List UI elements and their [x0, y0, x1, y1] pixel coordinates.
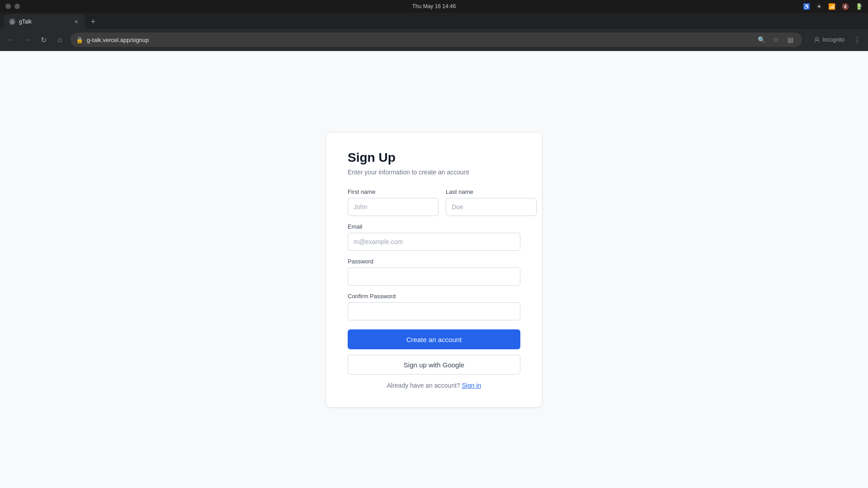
os-titlebar-left: [5, 4, 20, 9]
tab-title: gTalk: [19, 19, 69, 25]
password-label: Password: [348, 258, 520, 265]
last-name-input[interactable]: [446, 198, 537, 216]
search-icon[interactable]: 🔍: [755, 33, 768, 46]
brightness-icon: ☀: [816, 3, 822, 10]
address-bar-row: ← → ↻ ⌂ 🔒 g-talk.vercel.app/signup 🔍 ☆ ▤…: [0, 29, 868, 51]
last-name-group: Last name: [446, 188, 537, 216]
browser-chrome: g gTalk ✕ + ⤢ ← → ↻ ⌂ 🔒 g-talk.vercel.ap…: [0, 13, 868, 51]
os-dot-2: [14, 4, 20, 9]
os-titlebar: Thu May 16 14:46 ♿ ☀ 📶 🔇 🔋: [0, 0, 868, 13]
volume-icon: 🔇: [842, 3, 849, 10]
password-group: Password: [348, 258, 520, 286]
confirm-password-label: Confirm Password: [348, 293, 520, 300]
address-text: g-talk.vercel.app/signup: [87, 37, 751, 43]
os-datetime: Thu May 16 14:46: [412, 3, 456, 9]
create-account-button[interactable]: Create an account: [348, 329, 520, 349]
first-name-input[interactable]: [348, 198, 439, 216]
incognito-label: Incognito: [822, 37, 844, 43]
tab-favicon-letter: g: [11, 19, 14, 24]
first-name-group: First name: [348, 188, 439, 216]
google-signup-button[interactable]: Sign up with Google: [348, 355, 520, 375]
bookmark-icon[interactable]: ☆: [769, 33, 782, 46]
os-titlebar-right: ♿ ☀ 📶 🔇 🔋: [803, 3, 863, 10]
email-input[interactable]: [348, 233, 520, 251]
signin-link[interactable]: Sign in: [462, 382, 481, 389]
accessibility-icon: ♿: [803, 3, 810, 10]
page-content: Sign Up Enter your information to create…: [0, 51, 868, 488]
incognito-button[interactable]: Incognito: [810, 34, 848, 45]
tab-favicon: g: [9, 19, 15, 25]
new-tab-button[interactable]: +: [87, 15, 99, 28]
back-button[interactable]: ←: [4, 33, 18, 47]
browser-menu-button[interactable]: ⋮: [850, 33, 864, 47]
signin-prompt-text: Already have an account?: [387, 382, 460, 389]
signin-prompt: Already have an account? Sign in: [348, 382, 520, 389]
forward-button[interactable]: →: [20, 33, 34, 47]
os-dot-1: [5, 4, 11, 9]
tab-close-btn[interactable]: ✕: [72, 18, 80, 25]
email-group: Email: [348, 223, 520, 251]
browser-maximize-icon[interactable]: ⤢: [857, 3, 863, 11]
name-row: First name Last name: [348, 188, 520, 216]
reader-mode-icon[interactable]: ▤: [784, 33, 797, 46]
wifi-icon: 📶: [828, 3, 835, 10]
confirm-password-group: Confirm Password: [348, 293, 520, 320]
menu-divider: [807, 35, 807, 44]
address-bar-actions: 🔍 ☆ ▤: [755, 33, 797, 46]
address-bar[interactable]: 🔒 g-talk.vercel.app/signup 🔍 ☆ ▤: [71, 33, 802, 47]
incognito-icon: [813, 36, 821, 43]
signup-title: Sign Up: [348, 150, 520, 165]
browser-tab-active[interactable]: g gTalk ✕: [4, 14, 85, 29]
signup-card: Sign Up Enter your information to create…: [326, 132, 542, 408]
email-label: Email: [348, 223, 520, 230]
confirm-password-input[interactable]: [348, 302, 520, 320]
password-input[interactable]: [348, 267, 520, 286]
lock-icon: 🔒: [76, 37, 83, 43]
last-name-label: Last name: [446, 188, 537, 195]
home-button[interactable]: ⌂: [52, 33, 67, 47]
tab-bar: g gTalk ✕ + ⤢: [0, 13, 868, 29]
first-name-label: First name: [348, 188, 439, 195]
reload-button[interactable]: ↻: [36, 33, 51, 47]
signup-subtitle: Enter your information to create an acco…: [348, 169, 520, 176]
